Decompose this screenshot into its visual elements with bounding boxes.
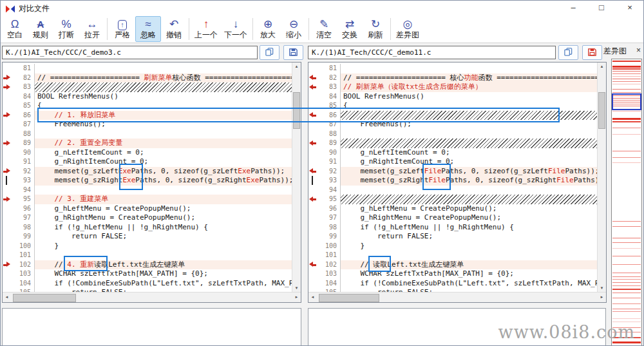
scroll-up-icon[interactable]: ▲ — [292, 62, 301, 71]
code-line-left-91[interactable]: 91 g_nRightItemCount = 0; — [3, 157, 292, 167]
code-line-right-101[interactable]: 101 — [308, 251, 598, 260]
diff-map-cursor[interactable] — [612, 93, 641, 110]
right-vertical-scrollbar[interactable]: ▲ ▼ — [597, 62, 606, 293]
change-bar-icon — [3, 176, 12, 186]
code-line-left-100[interactable]: 100 } — [3, 242, 292, 251]
toolbar-button-swap[interactable]: ⇄交换 — [337, 16, 363, 42]
marker-gutter — [308, 232, 317, 242]
toolbar-button-label: 撤销 — [166, 30, 182, 39]
right-editor-pane[interactable]: 8182// ===================== 核心功能函数 ====… — [308, 62, 607, 303]
code-line-left-92[interactable]: 92 memset(g_szLeftExePaths, 0, sizeof(g_… — [3, 167, 292, 177]
code-line-right-92[interactable]: 92 memset(g_szLeftFilePaths, 0, sizeof(g… — [308, 167, 598, 177]
code-line-left-84[interactable]: 84BOOL RefreshMenus() — [3, 92, 292, 102]
toolbar-button-break[interactable]: %打断 — [53, 16, 79, 42]
right-save-button[interactable] — [582, 45, 602, 60]
change-bar-icon — [308, 176, 317, 186]
code-line-right-93[interactable]: 93 memset(g_szRightFilePaths, 0, sizeof(… — [308, 176, 598, 186]
right-horizontal-scrollbar[interactable]: ◄ ► — [308, 292, 606, 302]
code-line-left-103[interactable]: 103 WCHAR szLeftTxtPath[MAX_PATH] = {0}; — [3, 269, 292, 279]
toolbar-button-zoom-out[interactable]: ⊖缩小 — [281, 16, 307, 42]
toolbar-button-ignore[interactable]: ≈忽略 — [135, 16, 161, 42]
code-line-right-98[interactable]: 98 if (!g_hLeftMenu || !g_hRightMenu) { — [308, 223, 598, 233]
code-line-right-99[interactable]: 99 return FALSE; — [308, 232, 598, 242]
code-line-left-102[interactable]: 102 // 4. 重新读取Left.txt生成左键菜单 — [3, 260, 292, 270]
code-line-left-82[interactable]: 82// ===================== 刷新菜单核心函数 ====… — [3, 73, 292, 83]
scroll-right-icon[interactable]: ► — [292, 293, 301, 302]
code-line-right-103[interactable]: 103 WCHAR szLeftTxtPath[MAX_PATH] = {0}; — [308, 269, 598, 279]
code-line-right-82[interactable]: 82// ===================== 核心功能函数 ======… — [308, 73, 598, 83]
toolbar-button-refresh[interactable]: ↻刷新 — [363, 16, 388, 42]
code-line-left-101[interactable]: 101 — [3, 251, 292, 260]
toolbar-button-strict[interactable]: ↑严格 — [109, 16, 135, 42]
code-line-right-104[interactable]: 104 if (!CombineExeSubPath(L"Left.txt", … — [308, 279, 598, 289]
scrollbar-thumb[interactable] — [13, 294, 76, 302]
scrollbar-thumb[interactable] — [319, 294, 379, 302]
maximize-button[interactable]: □ — [591, 1, 612, 15]
code-line-left-96[interactable]: 96 g_hLeftMenu = CreatePopupMenu(); — [3, 204, 292, 214]
code-line-right-89[interactable]: 89 — [308, 139, 598, 148]
code-line-left-93[interactable]: 93 memset(g_szRightExePaths, 0, sizeof(g… — [3, 176, 292, 186]
code-line-left-94[interactable]: 94 — [3, 186, 292, 195]
code-line-right-84[interactable]: 84BOOL RefreshMenus() — [308, 92, 598, 102]
scroll-left-icon[interactable]: ◄ — [308, 293, 317, 302]
toolbar-button-next[interactable]: ↓下一个 — [221, 16, 251, 42]
code-line-left-87[interactable]: 87 FreeMenus(); — [3, 120, 292, 130]
diff-map-strip[interactable] — [611, 59, 642, 346]
left-save-button[interactable] — [283, 45, 303, 60]
code-line-right-83[interactable]: 83// 刷新菜单（读取txt生成含后缀的菜单） — [308, 82, 598, 92]
toolbar-button-blank[interactable]: Ω空白 — [2, 16, 28, 42]
code-line-right-97[interactable]: 97 g_hRightMenu = CreatePopupMenu(); — [308, 213, 598, 223]
code-line-right-91[interactable]: 91 g_nRightItemCount = 0; — [308, 157, 598, 167]
scrollbar-thumb[interactable] — [293, 92, 300, 129]
toolbar-button-stretch[interactable]: ↔拉开 — [79, 16, 105, 42]
code-line-left-83[interactable]: 83 — [3, 82, 292, 92]
code-line-left-95[interactable]: 95 // 3. 重建菜单 — [3, 195, 292, 204]
scrollbar-thumb[interactable] — [598, 92, 605, 129]
left-vertical-scrollbar[interactable]: ▲ ▼ — [292, 62, 301, 293]
code-line-right-86[interactable]: 86 — [308, 111, 598, 120]
right-file-path-input[interactable] — [308, 46, 556, 59]
code-line-left-85[interactable]: 85{ — [3, 101, 292, 111]
toolbar-button-undo[interactable]: ↶撤销 — [161, 16, 187, 42]
code-line-right-95[interactable]: 95 — [308, 195, 598, 204]
code-line-right-88[interactable]: 88 — [308, 130, 598, 139]
code-line-left-97[interactable]: 97 g_hRightMenu = CreatePopupMenu(); — [3, 213, 292, 223]
scroll-left-icon[interactable]: ◄ — [3, 293, 11, 302]
line-number: 92 — [12, 167, 35, 177]
toolbar-button-zoom-in[interactable]: ⊕放大 — [255, 16, 281, 42]
toolbar-button-rules[interactable]: A规则 — [28, 16, 53, 42]
code-line-right-100[interactable]: 100 } — [308, 242, 598, 251]
line-number: 86 — [12, 111, 35, 120]
code-line-left-88[interactable]: 88 — [3, 130, 292, 139]
left-file-path-input[interactable] — [2, 46, 258, 59]
toolbar-button-previous[interactable]: ↑上一个 — [191, 16, 221, 42]
toolbar-button-diff-map[interactable]: ◎差异图 — [393, 16, 422, 42]
code-line-right-90[interactable]: 90 g_nLeftItemCount = 0; — [308, 148, 598, 158]
code-text: { — [341, 101, 598, 111]
right-browse-button[interactable] — [558, 45, 578, 60]
code-line-right-96[interactable]: 96 g_hLeftMenu = CreatePopupMenu(); — [308, 204, 598, 214]
code-line-left-99[interactable]: 99 return FALSE; — [3, 232, 292, 242]
close-button[interactable]: × — [619, 1, 641, 15]
code-line-right-102[interactable]: 102 // 读取Left.txt生成左键菜单 — [308, 260, 598, 270]
previous-icon: ↑ — [204, 18, 209, 30]
code-line-right-94[interactable]: 94 — [308, 186, 598, 195]
code-line-right-87[interactable]: 87 FreeMenus(); — [308, 120, 598, 130]
code-line-right-81[interactable]: 81 — [308, 64, 598, 73]
code-line-left-81[interactable]: 81 — [3, 64, 292, 73]
left-horizontal-scrollbar[interactable]: ◄ ► — [3, 292, 301, 302]
code-line-left-90[interactable]: 90 g_nLeftItemCount = 0; — [3, 148, 292, 158]
toolbar-button-clear[interactable]: ✎清空 — [311, 16, 337, 42]
code-line-left-98[interactable]: 98 if (!g_hLeftMenu || !g_hRightMenu) { — [3, 223, 292, 233]
code-line-left-86[interactable]: 86 // 1. 释放旧菜单 — [3, 111, 292, 120]
scroll-right-icon[interactable]: ► — [598, 293, 606, 302]
diff-map-line — [612, 79, 641, 79]
code-line-left-89[interactable]: 89 // 2. 重置全局变量 — [3, 139, 292, 148]
left-editor-pane[interactable]: 8182// ===================== 刷新菜单核心函数 ==… — [2, 62, 301, 303]
code-line-left-104[interactable]: 104 if (!CombineExeSubPath(L"Left.txt", … — [3, 279, 292, 289]
minimize-button[interactable]: – — [562, 1, 584, 15]
scroll-up-icon[interactable]: ▲ — [598, 62, 606, 71]
diff-map-close-icon[interactable]: × — [636, 46, 641, 55]
code-line-right-85[interactable]: 85{ — [308, 101, 598, 111]
left-browse-button[interactable] — [260, 45, 279, 60]
